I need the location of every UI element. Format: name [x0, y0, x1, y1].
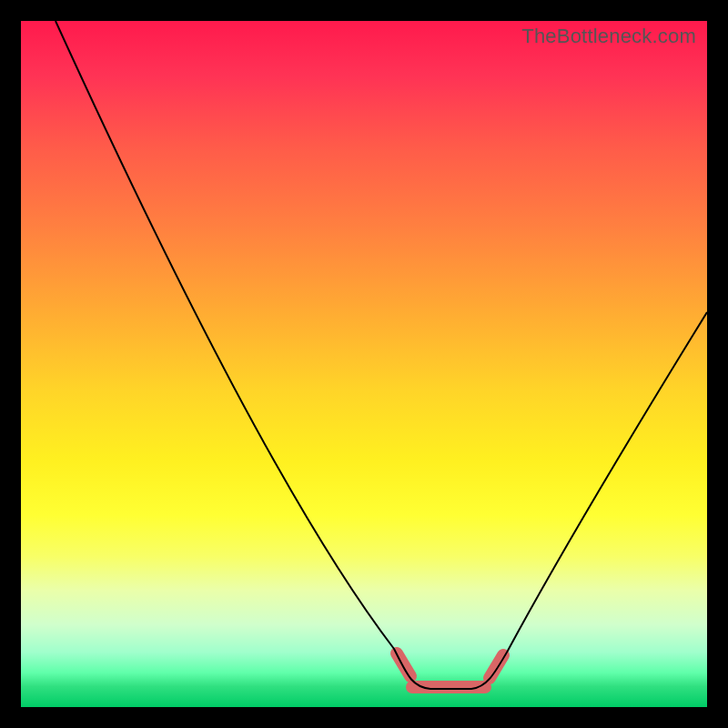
plot-area: TheBottleneck.com	[21, 21, 707, 707]
curve-path	[56, 21, 707, 689]
svg-line-2	[490, 655, 503, 678]
bottleneck-curve	[21, 21, 707, 707]
